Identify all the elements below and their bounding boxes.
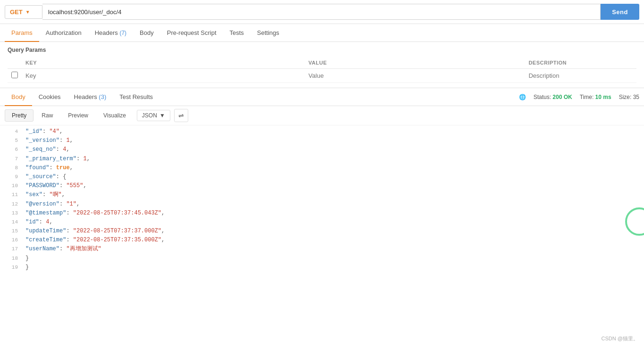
code-line: 5 "_version": 1, xyxy=(0,136,644,145)
tab-tests[interactable]: Tests xyxy=(223,25,251,42)
line-number: 14 xyxy=(4,218,18,227)
col-key: KEY xyxy=(22,57,305,69)
query-params-title: Query Params xyxy=(8,47,636,53)
tab-params[interactable]: Params xyxy=(5,25,39,42)
code-line: 8 "found": true, xyxy=(0,164,644,173)
code-line: 15 "updateTime": "2022-08-25T07:37:37.00… xyxy=(0,227,644,236)
line-number: 18 xyxy=(4,255,18,263)
line-number: 15 xyxy=(4,227,18,236)
code-content: "updateTime": "2022-08-25T07:37:37.000Z"… xyxy=(25,227,640,236)
code-line: 13 "@timestamp": "2022-08-25T07:37:45.04… xyxy=(0,209,644,218)
line-number: 10 xyxy=(4,182,18,190)
url-bar: GET ▼ Send xyxy=(0,0,644,24)
wrap-button[interactable]: ⇌ xyxy=(174,109,188,122)
code-area[interactable]: 4 "_id": "4",5 "_version": 1,6 "_seq_no"… xyxy=(0,125,644,286)
headers-badge: (7) xyxy=(119,30,126,36)
method-label: GET xyxy=(10,8,23,16)
code-content: "userName": "再增加测试" xyxy=(25,245,640,254)
value-input[interactable] xyxy=(309,72,521,79)
response-section: Body Cookies Headers (3) Test Results 🌐 … xyxy=(0,88,644,286)
col-value: VALUE xyxy=(305,57,525,69)
line-number: 12 xyxy=(4,200,18,209)
code-content: "createTime": "2022-08-25T07:37:35.000Z"… xyxy=(25,236,640,245)
code-line: 17 "userName": "再增加测试" xyxy=(0,245,644,254)
tab-body[interactable]: Body xyxy=(133,25,160,42)
tab-prerequest[interactable]: Pre-request Script xyxy=(160,25,223,42)
line-number: 5 xyxy=(4,137,18,145)
code-line: 4 "_id": "4", xyxy=(0,127,644,136)
line-number: 6 xyxy=(4,146,18,154)
code-content: "found": true, xyxy=(25,164,640,173)
code-line: 10 "PASSWORD": "555", xyxy=(0,181,644,190)
status-label: Status: 200 OK xyxy=(534,94,572,100)
size-value: 35 xyxy=(633,94,639,100)
code-content: "@timestamp": "2022-08-25T07:37:45.043Z"… xyxy=(25,209,640,218)
code-line: 14 "id": 4, xyxy=(0,218,644,227)
resp-headers-badge: (3) xyxy=(99,93,106,100)
row-checkbox[interactable] xyxy=(11,72,18,78)
fmt-tab-visualize[interactable]: Visualize xyxy=(96,109,133,122)
line-number: 11 xyxy=(4,191,18,199)
code-content: "_source": { xyxy=(25,173,640,181)
globe-icon: 🌐 xyxy=(519,94,526,100)
url-input[interactable] xyxy=(42,4,601,20)
code-content: "_version": 1, xyxy=(25,136,640,145)
params-table: KEY VALUE DESCRIPTION xyxy=(8,57,636,83)
resp-tab-headers[interactable]: Headers (3) xyxy=(67,89,113,106)
code-content: "id": 4, xyxy=(25,218,640,227)
code-line: 19} xyxy=(0,263,644,272)
line-number: 13 xyxy=(4,209,18,218)
code-line: 18 } xyxy=(0,254,644,263)
status-value: 200 OK xyxy=(552,94,572,100)
code-line: 7 "_primary_term": 1, xyxy=(0,155,644,164)
line-number: 17 xyxy=(4,245,18,254)
table-row xyxy=(8,69,636,83)
tab-settings[interactable]: Settings xyxy=(251,25,286,42)
code-content: } xyxy=(25,254,640,263)
code-line: 11 "sex": "啊", xyxy=(0,190,644,199)
method-select[interactable]: GET ▼ xyxy=(5,5,42,19)
request-tabs: Params Authorization Headers (7) Body Pr… xyxy=(0,24,644,42)
send-button[interactable]: Send xyxy=(601,4,639,20)
fmt-tab-pretty[interactable]: Pretty xyxy=(5,109,33,122)
time-label: Time: 10 ms xyxy=(580,94,611,100)
query-params-section: Query Params KEY VALUE DESCRIPTION xyxy=(0,42,644,83)
tab-headers[interactable]: Headers (7) xyxy=(88,25,133,42)
resp-status: 🌐 Status: 200 OK Time: 10 ms Size: 35 xyxy=(519,94,639,100)
line-number: 19 xyxy=(4,264,18,272)
code-content: "@version": "1", xyxy=(25,200,640,209)
code-content: "_primary_term": 1, xyxy=(25,155,640,164)
format-select-arrow: ▼ xyxy=(159,112,165,119)
response-tabs-bar: Body Cookies Headers (3) Test Results 🌐 … xyxy=(0,88,644,106)
code-line: 6 "_seq_no": 4, xyxy=(0,145,644,154)
code-content: "_id": "4", xyxy=(25,127,640,136)
method-arrow-icon: ▼ xyxy=(25,9,30,15)
line-number: 16 xyxy=(4,236,18,245)
col-checkbox xyxy=(8,57,22,69)
time-value: 10 ms xyxy=(595,94,611,100)
code-content: "sex": "啊", xyxy=(25,190,640,199)
key-input[interactable] xyxy=(25,72,301,79)
format-select[interactable]: JSON ▼ xyxy=(137,110,170,121)
code-content: "PASSWORD": "555", xyxy=(25,181,640,190)
format-select-label: JSON xyxy=(142,112,157,119)
resp-tab-body[interactable]: Body xyxy=(5,89,32,106)
resp-tab-cookies[interactable]: Cookies xyxy=(32,89,67,106)
col-description: DESCRIPTION xyxy=(525,57,636,69)
code-line: 9 "_source": { xyxy=(0,173,644,181)
resp-tab-testresults[interactable]: Test Results xyxy=(113,89,159,106)
line-number: 7 xyxy=(4,155,18,164)
fmt-tab-preview[interactable]: Preview xyxy=(61,109,95,122)
description-input[interactable] xyxy=(528,72,633,79)
line-number: 8 xyxy=(4,164,18,173)
fmt-tab-raw[interactable]: Raw xyxy=(34,109,60,122)
tab-authorization[interactable]: Authorization xyxy=(39,25,88,42)
size-label: Size: 35 xyxy=(619,94,639,100)
format-bar: Pretty Raw Preview Visualize JSON ▼ ⇌ xyxy=(0,106,644,125)
code-line: 12 "@version": "1", xyxy=(0,200,644,209)
code-content: } xyxy=(25,263,640,272)
line-number: 4 xyxy=(4,128,18,136)
code-content: "_seq_no": 4, xyxy=(25,145,640,154)
code-line: 16 "createTime": "2022-08-25T07:37:35.00… xyxy=(0,236,644,245)
line-number: 9 xyxy=(4,173,18,181)
